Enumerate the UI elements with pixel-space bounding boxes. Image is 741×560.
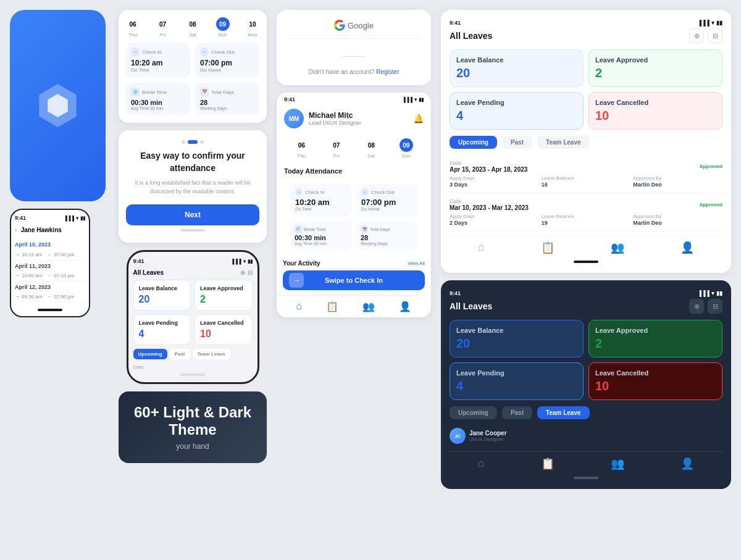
stats-row: ⏱ Break Time 00:30 min Avg Time 30 min 📅… <box>126 83 259 115</box>
onboarding-subtitle: It is a long established fact that a rea… <box>126 179 259 196</box>
app-main-header: MM Michael Mitc Lead UI/UX Designer 🔔 <box>277 102 431 135</box>
leave-phone-time: 9:41 <box>133 258 144 264</box>
add-icon-small[interactable]: ⊕ <box>240 269 245 276</box>
next-button[interactable]: Next <box>126 204 259 225</box>
balance-tile-title: Leave Balance <box>456 56 577 64</box>
approved-tile-title: Leave Approved <box>595 56 716 64</box>
panel-action-icons: ⊕ ⊟ <box>689 28 722 43</box>
nav-user-icon[interactable]: 👤 <box>680 241 694 254</box>
app-week-strip: 06 Thu 07 Fri 08 Sat 09 Sun <box>277 135 431 162</box>
day-mon: 10 Mon <box>246 17 259 38</box>
app-time: 9:41 <box>284 96 295 102</box>
view-all-link[interactable]: View All <box>408 261 425 266</box>
dark-nav-home[interactable]: ⌂ <box>478 457 485 470</box>
home-indicator-2 <box>180 229 205 232</box>
history-item-2: → 10:00 am ← 07:10 pm <box>15 270 85 282</box>
dark-pending-tile: Leave Pending 4 <box>450 362 584 400</box>
team-leave-tab[interactable]: Team Leave <box>537 136 590 149</box>
nav-users-icon[interactable]: 👥 <box>611 241 624 254</box>
dark-status-bar: 9:41 ▐▐▐▾▮▮ <box>450 289 722 299</box>
hexagon-logo <box>36 84 80 127</box>
main-break-box: ⏱ Break Time 00:30 min Avg Time 30 min <box>290 221 351 250</box>
checkin-time-1: → 10:12 am <box>15 252 42 257</box>
app-day-sun: 09 Sun <box>400 138 413 159</box>
date-label-small: Date <box>133 363 253 371</box>
all-leaves-title-small: All Leaves <box>133 269 164 276</box>
break-time-box: ⏱ Break Time 00:30 min Avg Time 30 min <box>126 83 190 115</box>
break-icon: ⏱ <box>131 88 140 96</box>
past-tab[interactable]: Past <box>502 136 532 149</box>
app-status-icons: ▐▐▐▾▮▮ <box>402 97 424 102</box>
calendar-nav-icon[interactable]: 📋 <box>326 301 338 312</box>
break-value: 00:30 min <box>131 99 185 106</box>
dark-add-icon[interactable]: ⊕ <box>689 299 704 314</box>
add-leave-icon[interactable]: ⊕ <box>689 28 704 43</box>
all-leaves-panel-dark: 9:41 ▐▐▐▾▮▮ All Leaves ⊕ ⊟ Leave Balance… <box>441 280 731 489</box>
past-tab-small[interactable]: Past <box>170 349 190 359</box>
main-co-label: Check Out <box>371 190 395 195</box>
dark-upcoming-tab[interactable]: Upcoming <box>450 406 497 419</box>
dark-theme-promo: 60+ Light & Dark Theme your hand <box>119 391 267 463</box>
total-days-label: Total Days <box>211 90 234 95</box>
day-name-sun: Sun <box>218 32 227 38</box>
day-name-thu: Thu <box>128 32 137 38</box>
cancelled-tile-title: Leave Cancelled <box>595 99 716 106</box>
home-indicator <box>38 309 62 311</box>
dot-1 <box>182 140 185 144</box>
upcoming-tab-small[interactable]: Upcoming <box>133 349 167 359</box>
dark-team-tab[interactable]: Team Leave <box>537 406 590 419</box>
dark-filter-icon[interactable]: ⊟ <box>708 299 722 314</box>
status-icons: ▐▐▐▾▮▮ <box>64 215 85 221</box>
history-item-1: → 10:12 am ← 07:00 pm <box>15 249 85 261</box>
filter-icon-small[interactable]: ⊟ <box>248 269 253 276</box>
app-day-sat: 08 Sat <box>364 138 378 159</box>
day-num-06: 06 <box>126 17 140 31</box>
dark-approved-num: 2 <box>595 336 716 351</box>
bottom-indicator-light <box>574 261 598 263</box>
leaves-grid-dark: Leave Balance 20 Leave Approved 2 Leave … <box>450 320 722 400</box>
leaves-status-bar: 9:41 ▐▐▐▾▮▮ <box>450 19 722 28</box>
google-brand-text: Google <box>348 21 374 30</box>
dark-cancelled-num: 10 <box>595 379 716 393</box>
app-day-09[interactable]: 09 <box>400 138 413 152</box>
team-nav-icon[interactable]: 👥 <box>362 301 375 312</box>
home-nav-icon[interactable]: ⌂ <box>296 301 303 312</box>
main-co-time: 07:00 pm <box>361 198 412 207</box>
checkin-info-row: → Check In 10:20 am On Time ← Check Out … <box>126 43 259 78</box>
column-4: 9:41 ▐▐▐▾▮▮ All Leaves ⊕ ⊟ Leave Balance… <box>441 10 731 550</box>
balance-tile-num: 20 <box>456 66 577 80</box>
google-g-icon <box>334 20 345 31</box>
dark-cancelled-tile: Leave Cancelled 10 <box>588 362 722 400</box>
checkin-label: Check In <box>142 49 162 55</box>
day-num-07: 07 <box>156 17 170 31</box>
dark-nav-calendar[interactable]: 📋 <box>541 457 555 470</box>
upcoming-tab[interactable]: Upcoming <box>450 136 497 149</box>
notification-bell-icon[interactable]: 🔔 <box>413 114 424 123</box>
swipe-checkin-button[interactable]: → Swipe to Check In <box>283 270 425 290</box>
dark-status-icons: ▐▐▐▾▮▮ <box>698 290 722 296</box>
dark-nav-users[interactable]: 👥 <box>611 457 624 470</box>
dark-cancelled-title: Leave Cancelled <box>595 369 716 377</box>
profile-nav-icon[interactable]: 👤 <box>399 301 411 312</box>
pending-card-small: Leave Pending 4 <box>133 314 191 345</box>
nav-home-icon[interactable]: ⌂ <box>478 241 485 254</box>
dark-past-tab[interactable]: Past <box>502 406 532 419</box>
history-date-3: April 12, 2023 <box>15 282 85 291</box>
team-tab-small[interactable]: Team Leave <box>193 349 230 359</box>
google-login-card: Google Didn't have an account? Register <box>277 10 431 85</box>
register-link[interactable]: Register <box>376 69 399 75</box>
filter-leave-icon[interactable]: ⊟ <box>708 28 722 43</box>
checkout-time-val: 07:00 pm <box>200 59 254 67</box>
dark-tabs-row: Upcoming Past Team Leave <box>450 406 722 419</box>
history-list: April 10, 2023 → 10:12 am ← 07:00 pm Apr… <box>15 237 85 305</box>
nav-calendar-icon[interactable]: 📋 <box>541 241 555 254</box>
leaves-tabs-row: Upcoming Past Team Leave <box>450 136 722 149</box>
app-day-08[interactable]: 08 <box>364 138 378 152</box>
checkin-status: On Time <box>131 67 185 73</box>
main-co-sub: Go Home <box>361 207 412 211</box>
app-day-thu: 06 Thu <box>295 138 308 159</box>
day-thu: 06 Thu <box>126 17 140 38</box>
app-day-06[interactable]: 06 <box>295 138 308 152</box>
dark-nav-user[interactable]: 👤 <box>680 457 694 470</box>
app-day-07[interactable]: 07 <box>330 138 343 152</box>
